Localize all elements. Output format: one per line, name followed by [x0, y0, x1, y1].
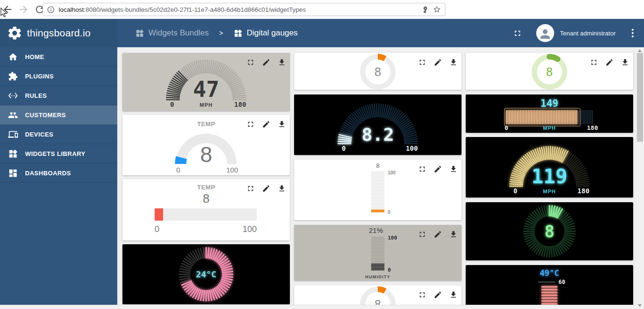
- widget-card-green-donut-gauge[interactable]: 8: [466, 53, 633, 90]
- widget-download-icon[interactable]: [621, 58, 629, 67]
- widget-download-icon[interactable]: [278, 120, 286, 129]
- svg-text:180: 180: [234, 101, 246, 108]
- svg-text:149: 149: [540, 98, 558, 109]
- vertical-scrollbar[interactable]: [636, 47, 644, 309]
- breadcrumb-digital-gauges[interactable]: Digital gauges: [234, 28, 298, 38]
- user-name-label: Tenant administrator: [560, 30, 616, 37]
- svg-text:180: 180: [577, 187, 589, 195]
- bookmark-star-icon[interactable]: [433, 5, 441, 14]
- people-icon: [8, 110, 18, 120]
- widgets-icon: [135, 29, 144, 38]
- sidebar-item-home[interactable]: HOME: [0, 47, 117, 67]
- widget-card-mph-arc-gauge[interactable]: 1190180MPH: [466, 137, 633, 197]
- devices-icon: [8, 129, 18, 139]
- svg-text:8: 8: [544, 222, 555, 241]
- widget-edit-icon[interactable]: [434, 165, 442, 173]
- url-text: localhost:8080/widgets-bundles/5c02d2e0-…: [59, 6, 422, 13]
- widget-download-icon[interactable]: [449, 291, 458, 299]
- widget-edit-icon[interactable]: [434, 230, 442, 239]
- widget-card-vertical-thermometer-gauge[interactable]: 81000: [294, 160, 461, 220]
- svg-text:TEMP: TEMP: [197, 120, 215, 128]
- sidebar-item-customers[interactable]: CUSTOMERS: [0, 105, 117, 125]
- widget-edit-icon[interactable]: [262, 120, 270, 129]
- widget-card-humidity-gauge[interactable]: 21%1000HUMIDITY: [294, 225, 461, 281]
- fullscreen-icon[interactable]: [513, 29, 522, 38]
- svg-text:8: 8: [374, 298, 381, 305]
- widget-actions: [418, 58, 458, 67]
- widget-card-speedometer-mph[interactable]: 470180MPH: [122, 53, 290, 111]
- svg-text:0: 0: [505, 124, 508, 131]
- svg-text:8: 8: [203, 191, 209, 206]
- sidebar-item-label: PLUGINS: [25, 73, 54, 80]
- widget-edit-icon[interactable]: [605, 58, 614, 67]
- widget-edit-icon[interactable]: [434, 291, 442, 299]
- widget-card-green-radial-gauge[interactable]: 8: [466, 202, 633, 260]
- widget-fullscreen-icon[interactable]: [418, 165, 426, 173]
- svg-text:0: 0: [155, 224, 159, 234]
- widget-download-icon[interactable]: [278, 58, 286, 67]
- widget-fullscreen-icon[interactable]: [418, 58, 426, 67]
- widget-edit-icon[interactable]: [262, 184, 270, 193]
- svg-text:180: 180: [587, 124, 598, 131]
- widget-card-dark-digital-semi-gauge[interactable]: 8.20100: [294, 94, 461, 155]
- widget-fullscreen-icon[interactable]: [246, 184, 255, 193]
- widget-card-orange-donut-gauge-2[interactable]: 8: [294, 285, 461, 305]
- widget-download-icon[interactable]: [449, 165, 458, 173]
- scroll-down-arrow[interactable]: [638, 304, 642, 307]
- breadcrumb: Widgets Bundles > Digital gauges: [135, 28, 298, 38]
- thingsboard-logo-icon: [7, 25, 23, 41]
- widget-download-icon[interactable]: [278, 184, 286, 193]
- more-menu-icon[interactable]: [630, 27, 635, 39]
- url-bar[interactable]: localhost:8080/widgets-bundles/5c02d2e0-…: [43, 3, 445, 16]
- browser-forward-button[interactable]: [18, 4, 29, 15]
- logo-section[interactable]: thingsboard.io: [0, 19, 117, 47]
- sidebar-item-label: HOME: [25, 53, 44, 60]
- sidebar-item-dashboards[interactable]: DASHBOARDS: [0, 163, 117, 183]
- svg-text:0: 0: [170, 101, 174, 108]
- widget-card-temp-radial-gauge[interactable]: TEMP80100: [122, 115, 290, 175]
- mph-arc-gauge-gauge: 1190180MPH: [466, 137, 633, 197]
- widget-fullscreen-icon[interactable]: [590, 58, 598, 67]
- scrollbar-thumb[interactable]: [637, 53, 643, 142]
- widget-card-temp-vertical-bar-gauge[interactable]: 49°C60: [466, 265, 633, 305]
- widget-fullscreen-icon[interactable]: [418, 291, 426, 299]
- widget-card-orange-donut-gauge-1[interactable]: 8: [294, 53, 461, 90]
- mph-horizontal-gauge-gauge: 1490MPH180: [466, 94, 633, 133]
- svg-text:100: 100: [406, 145, 418, 152]
- svg-text:TEMP: TEMP: [197, 184, 215, 191]
- svg-text:100: 100: [388, 170, 396, 175]
- widget-download-icon[interactable]: [449, 58, 458, 67]
- sidebar-item-widgets-library[interactable]: WIDGETS LIBRARY: [0, 144, 117, 163]
- widget-actions: [418, 165, 458, 173]
- sidebar-item-plugins[interactable]: PLUGINS: [0, 67, 117, 86]
- widget-card-pink-donut-gauge[interactable]: 24°C: [122, 244, 290, 304]
- svg-text:24°C: 24°C: [196, 269, 216, 279]
- sidebar-item-devices[interactable]: DEVICES: [0, 125, 117, 144]
- widget-edit-icon[interactable]: [434, 58, 442, 67]
- top-navbar: thingsboard.io Widgets Bundles > Digital…: [0, 19, 644, 47]
- password-key-icon[interactable]: [422, 6, 429, 13]
- widget-actions: [246, 58, 286, 67]
- horizontal-scrollbar-track[interactable]: [0, 305, 636, 309]
- widget-actions: [246, 120, 286, 129]
- widget-fullscreen-icon[interactable]: [418, 230, 426, 239]
- widget-download-icon[interactable]: [449, 230, 458, 239]
- widget-fullscreen-icon[interactable]: [246, 120, 255, 129]
- svg-text:49°C: 49°C: [540, 268, 559, 278]
- widget-actions: [418, 230, 458, 239]
- widget-card-temp-linear-gauge[interactable]: TEMP80100: [122, 179, 290, 240]
- mouse-cursor: [0, 8, 8, 18]
- scroll-up-arrow[interactable]: [638, 49, 642, 52]
- sidebar-item-rules[interactable]: RULES: [0, 86, 117, 105]
- temp-vertical-bar-gauge-gauge: 49°C60: [466, 265, 633, 305]
- svg-text:MPH: MPH: [543, 125, 556, 131]
- user-avatar[interactable]: [536, 24, 554, 42]
- breadcrumb-widgets-bundles[interactable]: Widgets Bundles: [135, 28, 209, 38]
- svg-text:21%: 21%: [369, 226, 383, 234]
- page-info-icon[interactable]: [47, 6, 55, 14]
- svg-text:8: 8: [200, 142, 212, 167]
- widget-card-mph-horizontal-gauge[interactable]: 1490MPH180: [466, 94, 633, 133]
- widget-edit-icon[interactable]: [262, 58, 270, 67]
- widget-fullscreen-icon[interactable]: [246, 58, 255, 67]
- rules-icon: [8, 91, 18, 101]
